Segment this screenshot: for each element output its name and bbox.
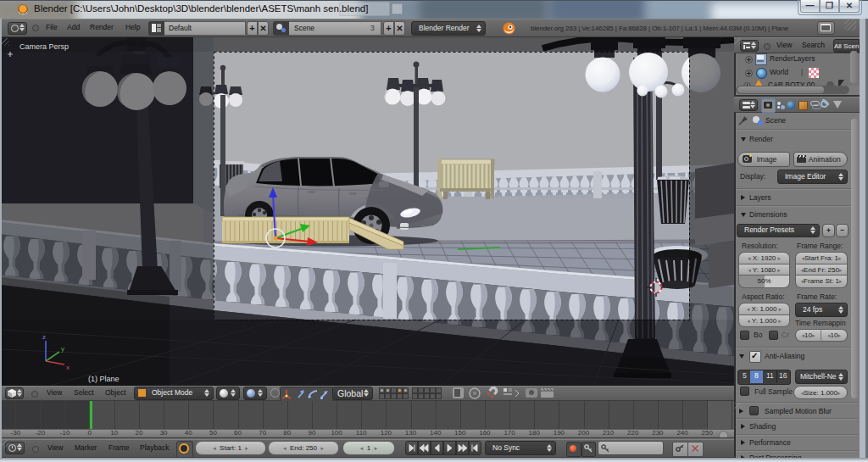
svg-text:z: z xyxy=(42,333,46,341)
svg-text:y: y xyxy=(61,345,64,353)
svg-text:x: x xyxy=(66,364,70,371)
svg-text:Camera Persp: Camera Persp xyxy=(19,42,69,51)
svg-text:(1) Plane: (1) Plane xyxy=(88,375,120,383)
